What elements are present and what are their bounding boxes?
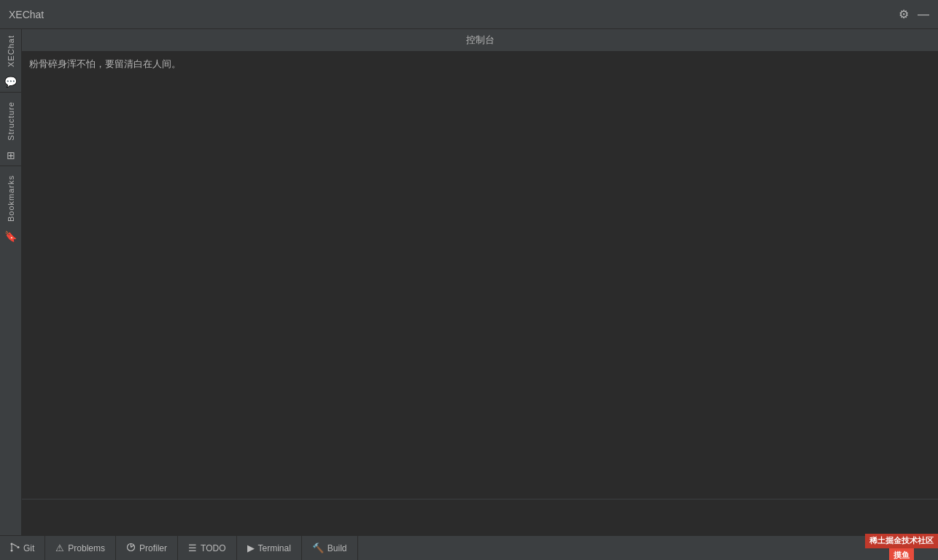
sidebar-label-structure: Structure bbox=[7, 96, 15, 147]
svg-point-1 bbox=[18, 546, 20, 548]
watermark-line1: 稀土掘金技术社区 bbox=[865, 534, 938, 548]
console-output: 粉骨碎身浑不怕，要留清白在人间。 bbox=[22, 52, 938, 499]
left-sidebar: XEChat 💬 Structure ⊞ Bookmarks 🔖 bbox=[0, 29, 22, 535]
svg-point-2 bbox=[11, 549, 13, 551]
title-bar-controls: ⚙ — bbox=[899, 7, 929, 21]
tab-profiler[interactable]: Profiler bbox=[116, 536, 178, 560]
sidebar-section-xechat[interactable]: XEChat 💬 bbox=[0, 29, 21, 93]
tab-git-label: Git bbox=[23, 543, 34, 553]
tab-problems-label: Problems bbox=[68, 543, 105, 553]
tab-build-label: Build bbox=[327, 543, 347, 553]
sidebar-section-bookmarks[interactable]: Bookmarks 🔖 bbox=[0, 169, 21, 535]
profiler-icon bbox=[126, 542, 136, 554]
app-title: XEChat bbox=[9, 9, 44, 20]
tab-terminal-label: Terminal bbox=[258, 543, 291, 553]
svg-point-0 bbox=[11, 542, 13, 545]
bottom-bar: Git ⚠ Problems Profiler ☰ TODO ▶ Termina… bbox=[0, 535, 938, 560]
build-icon: 🔨 bbox=[312, 542, 324, 553]
tab-todo[interactable]: ☰ TODO bbox=[178, 536, 236, 560]
title-bar: XEChat ⚙ — bbox=[0, 0, 938, 29]
console-input-area[interactable] bbox=[22, 499, 938, 535]
tab-build[interactable]: 🔨 Build bbox=[302, 536, 358, 560]
sidebar-section-structure[interactable]: Structure ⊞ bbox=[0, 96, 21, 166]
bookmark-icon: 🔖 bbox=[0, 228, 21, 246]
problems-icon: ⚠ bbox=[55, 542, 64, 553]
terminal-icon: ▶ bbox=[247, 542, 255, 553]
todo-icon: ☰ bbox=[188, 542, 197, 553]
git-icon bbox=[10, 542, 20, 554]
structure-icon: ⊞ bbox=[0, 147, 21, 166]
tab-terminal[interactable]: ▶ Terminal bbox=[237, 536, 302, 560]
tab-git[interactable]: Git bbox=[0, 536, 45, 560]
sidebar-label-bookmarks: Bookmarks bbox=[7, 169, 15, 228]
console-header: 控制台 bbox=[22, 29, 938, 52]
chat-icon: 💬 bbox=[0, 73, 21, 92]
sidebar-label-xechat: XEChat bbox=[7, 29, 15, 73]
minimize-icon[interactable]: — bbox=[918, 8, 929, 21]
svg-line-4 bbox=[13, 544, 18, 547]
watermark-line2: 摸鱼 bbox=[889, 548, 914, 561]
tab-profiler-label: Profiler bbox=[139, 543, 167, 553]
tab-problems[interactable]: ⚠ Problems bbox=[45, 536, 116, 560]
gear-icon[interactable]: ⚙ bbox=[899, 7, 909, 21]
watermark: 稀土掘金技术社区 摸鱼 bbox=[865, 536, 938, 560]
console-output-text: 粉骨碎身浑不怕，要留清白在人间。 bbox=[29, 58, 931, 71]
main-layout: XEChat 💬 Structure ⊞ Bookmarks 🔖 控制台 粉骨碎… bbox=[0, 29, 938, 535]
content-area: 控制台 粉骨碎身浑不怕，要留清白在人间。 bbox=[22, 29, 938, 535]
tab-todo-label: TODO bbox=[201, 543, 225, 553]
